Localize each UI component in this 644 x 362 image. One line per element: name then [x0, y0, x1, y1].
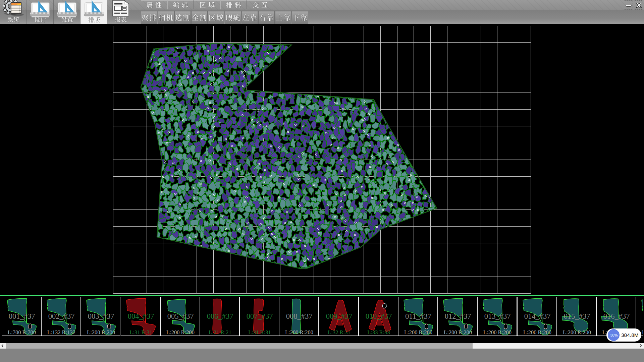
svg-text:002_#37: 002_#37: [48, 312, 75, 320]
svg-text:001_#37: 001_#37: [9, 312, 35, 320]
svg-text:012_#37: 012_#37: [445, 312, 471, 320]
svg-text:L:32 R:31: L:32 R:31: [328, 329, 350, 336]
svg-text:L:200 R:200: L:200 R:200: [483, 329, 512, 336]
svg-text:L:200 R:200: L:200 R:200: [285, 329, 313, 336]
svg-text:L:31 R:31: L:31 R:31: [248, 329, 271, 336]
svg-text:005_#37: 005_#37: [167, 312, 194, 320]
svg-text:L:200 R:200: L:200 R:200: [642, 329, 643, 336]
svg-text:L:33 R:33: L:33 R:33: [367, 329, 390, 336]
svg-text:013_#37: 013_#37: [484, 312, 511, 320]
svg-text:004_#37: 004_#37: [128, 312, 154, 320]
svg-text:014_#37: 014_#37: [524, 312, 551, 320]
svg-text:017_#37: 017_#37: [643, 312, 643, 320]
svg-text:L:200 R:200: L:200 R:200: [166, 329, 195, 336]
svg-text:L:700 R:700: L:700 R:700: [8, 329, 36, 336]
svg-text:007_#37: 007_#37: [247, 312, 273, 320]
svg-text:016_#37: 016_#37: [603, 312, 630, 320]
svg-text:L:21 R:21: L:21 R:21: [209, 329, 231, 336]
svg-text:011_#37: 011_#37: [405, 312, 431, 320]
svg-text:008_#37: 008_#37: [286, 312, 313, 320]
svg-text:L:200 R:200: L:200 R:200: [87, 329, 115, 336]
svg-text:006_#37: 006_#37: [207, 312, 233, 320]
svg-text:L:132 R:132: L:132 R:132: [47, 329, 75, 336]
svg-text:L:200 R:200: L:200 R:200: [444, 329, 472, 336]
svg-text:L:200 R:200: L:200 R:200: [404, 329, 432, 336]
svg-text:L:200 R:200: L:200 R:200: [563, 329, 591, 336]
svg-text:L:31 R:31: L:31 R:31: [129, 329, 152, 336]
svg-text:015_#37: 015_#37: [564, 312, 590, 320]
svg-text:003_#37: 003_#37: [88, 312, 114, 320]
svg-text:L:200 R:200: L:200 R:200: [523, 329, 551, 336]
svg-text:010_#37: 010_#37: [366, 312, 392, 320]
svg-text:009_#37: 009_#37: [326, 312, 353, 320]
